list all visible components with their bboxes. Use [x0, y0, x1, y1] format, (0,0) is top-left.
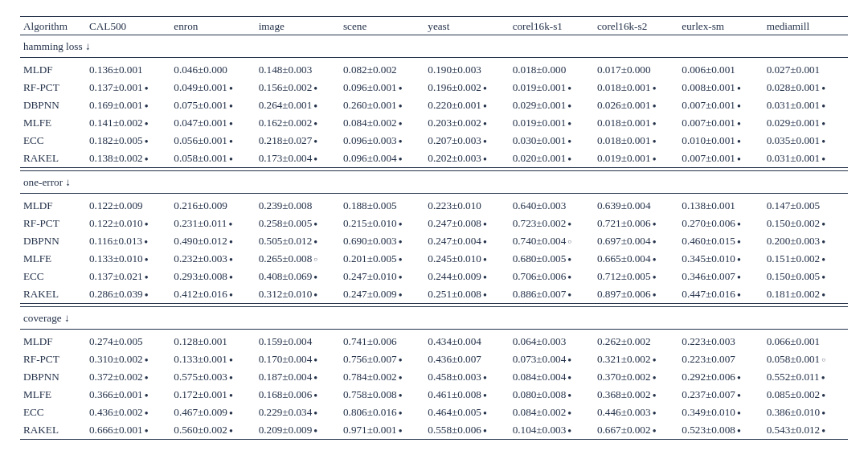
bullet-icon — [820, 292, 827, 298]
value-cell: 0.172±0.001 — [170, 386, 255, 404]
col-algorithm: Algorithm — [20, 17, 86, 35]
value-text: 0.188±0.005 — [343, 199, 397, 211]
value-cell: 0.203±0.002 — [424, 114, 509, 132]
value-text: 0.575±0.003 — [174, 371, 227, 383]
bullet-icon — [312, 239, 319, 245]
value-cell: 0.220±0.001 — [424, 96, 509, 114]
value-text: 0.756±0.007 — [343, 353, 397, 365]
algo-cell: RAKEL — [20, 421, 86, 440]
bullet-icon — [481, 103, 489, 109]
bullet-icon — [397, 221, 404, 228]
table-row: MLDF0.136±0.0010.046±0.0000.148±0.0030.0… — [20, 60, 848, 78]
bullet-icon — [566, 410, 573, 416]
value-text: 0.084±0.002 — [513, 406, 567, 418]
value-cell: 0.712±0.005 — [594, 268, 678, 285]
value-text: 0.436±0.002 — [89, 406, 143, 418]
value-text: 0.058±0.001 — [767, 353, 821, 365]
value-text: 0.806±0.016 — [343, 406, 397, 418]
header-row: Algorithm CAL500 enron image scene yeast… — [20, 17, 848, 35]
bullet-icon — [312, 274, 319, 281]
value-cell: 0.049±0.001 — [170, 78, 255, 96]
value-cell: 0.170±0.004 — [256, 350, 340, 367]
table-row: ECC0.436±0.0020.467±0.0090.229±0.0340.80… — [20, 404, 848, 421]
value-text: 0.446±0.003 — [597, 406, 651, 418]
value-text: 0.260±0.001 — [343, 99, 397, 111]
bullet-icon — [481, 375, 489, 381]
value-text: 0.031±0.001 — [767, 152, 821, 164]
value-text: 0.104±0.003 — [513, 424, 567, 436]
value-cell: 0.084±0.004 — [510, 368, 594, 386]
value-text: 0.543±0.012 — [767, 424, 821, 436]
value-cell: 0.073±0.004 — [510, 350, 594, 367]
value-cell: 0.209±0.009 — [256, 421, 340, 440]
value-cell: 0.721±0.006 — [594, 214, 678, 232]
value-cell: 0.007±0.001 — [678, 96, 763, 114]
bullet-icon — [481, 392, 489, 399]
value-cell: 0.223±0.007 — [678, 350, 763, 367]
value-text: 0.182±0.005 — [89, 134, 143, 146]
value-cell: 0.458±0.003 — [424, 368, 509, 386]
bullet-icon — [735, 410, 743, 416]
algo-cell: MLFE — [20, 250, 86, 268]
bullet-icon — [397, 239, 404, 245]
value-text: 0.223±0.007 — [682, 353, 735, 365]
value-cell: 0.020±0.001 — [510, 150, 594, 168]
circle-icon — [312, 256, 319, 263]
value-cell: 0.027±0.001 — [764, 60, 848, 78]
bullet-icon — [735, 103, 743, 109]
value-cell: 0.029±0.001 — [764, 114, 848, 132]
bullet-icon — [227, 103, 235, 109]
value-cell: 0.019±0.001 — [510, 78, 594, 96]
algo-cell: ECC — [20, 132, 86, 150]
value-text: 0.434±0.004 — [428, 335, 481, 347]
value-text: 0.897±0.006 — [597, 288, 651, 300]
value-cell: 0.116±0.013 — [86, 232, 170, 250]
value-text: 0.128±0.001 — [174, 335, 227, 347]
value-cell: 0.229±0.034 — [256, 404, 340, 421]
value-text: 0.740±0.004 — [513, 235, 567, 247]
value-cell: 0.096±0.004 — [340, 150, 424, 168]
value-text: 0.066±0.001 — [767, 335, 821, 347]
value-text: 0.464±0.005 — [428, 406, 481, 418]
value-cell: 0.181±0.002 — [764, 285, 848, 304]
value-text: 0.137±0.021 — [89, 270, 143, 282]
bullet-icon — [481, 274, 489, 281]
value-text: 0.172±0.001 — [174, 388, 227, 400]
bullet-icon — [227, 375, 235, 381]
value-text: 0.018±0.001 — [597, 134, 651, 146]
value-cell: 0.312±0.010 — [256, 285, 340, 304]
value-text: 0.133±0.010 — [89, 252, 143, 264]
value-text: 0.345±0.010 — [682, 252, 735, 264]
value-text: 0.080±0.008 — [513, 388, 567, 400]
value-text: 0.122±0.010 — [89, 217, 143, 229]
value-cell: 0.251±0.008 — [424, 285, 509, 304]
value-text: 0.027±0.001 — [767, 64, 821, 76]
value-cell: 0.552±0.011 — [764, 368, 848, 386]
bullet-icon — [735, 274, 743, 281]
value-text: 0.156±0.002 — [259, 81, 313, 93]
table-row: DBPNN0.372±0.0020.575±0.0030.187±0.0040.… — [20, 368, 848, 386]
bullet-icon — [735, 239, 743, 245]
value-cell: 0.007±0.001 — [678, 114, 763, 132]
value-text: 0.019±0.001 — [513, 81, 567, 93]
value-cell: 0.239±0.008 — [256, 196, 340, 214]
value-text: 0.366±0.001 — [89, 388, 143, 400]
value-cell: 0.258±0.005 — [256, 214, 340, 232]
value-cell: 0.136±0.001 — [86, 60, 170, 78]
value-text: 0.292±0.006 — [682, 371, 735, 383]
value-text: 0.202±0.003 — [428, 152, 481, 164]
value-cell: 0.321±0.002 — [594, 350, 678, 367]
value-cell: 0.756±0.007 — [340, 350, 424, 367]
value-text: 0.019±0.001 — [513, 117, 567, 129]
table-row: RF-PCT0.122±0.0100.231±0.0110.258±0.0050… — [20, 214, 848, 232]
col-corel16k-s2: corel16k-s2 — [594, 17, 678, 35]
bullet-icon — [227, 410, 235, 416]
value-cell: 0.162±0.002 — [256, 114, 340, 132]
value-cell: 0.202±0.003 — [424, 150, 509, 168]
algo-cell: ECC — [20, 404, 86, 421]
bullet-icon — [227, 274, 235, 281]
value-cell: 0.558±0.006 — [424, 421, 509, 440]
value-cell: 0.260±0.001 — [340, 96, 424, 114]
value-text: 0.639±0.004 — [597, 199, 651, 211]
value-cell: 0.207±0.003 — [424, 132, 509, 150]
